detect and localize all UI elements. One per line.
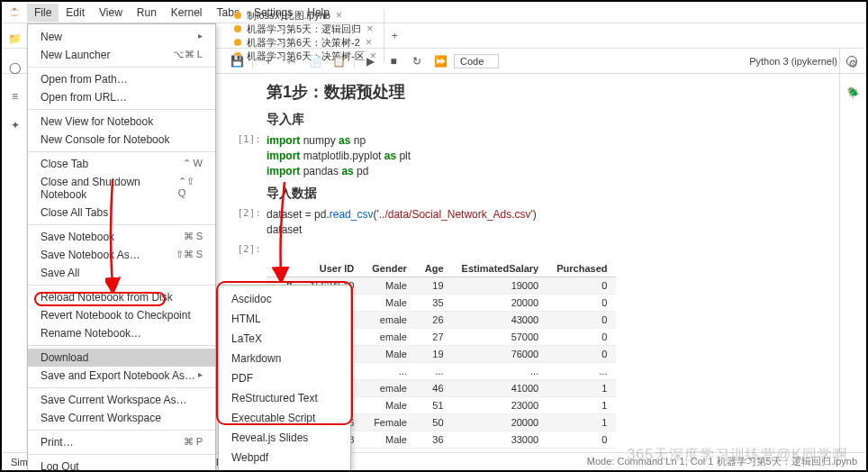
code-cell-2[interactable]: dataset = pd.read_csv('../data/Social_Ne… <box>267 207 537 238</box>
menuitem[interactable]: New View for Notebook <box>28 113 215 131</box>
menuitem[interactable]: New Launcher⌥⌘ L <box>28 46 215 64</box>
menuitem[interactable]: Reload Notebook from Disk <box>28 288 215 306</box>
export-option[interactable]: Webpdf <box>219 448 350 467</box>
export-option[interactable]: Asciidoc <box>219 289 350 309</box>
export-option[interactable]: Markdown <box>219 349 350 368</box>
menuitem[interactable]: New Console for Notebook <box>28 131 215 149</box>
folder-icon[interactable]: 📁 <box>8 32 22 45</box>
running-icon[interactable]: ◯ <box>9 61 21 74</box>
menuitem[interactable]: Save All <box>28 264 215 282</box>
table-header: Purchased <box>547 260 616 277</box>
tab-label: 机器学习第5天：逻辑回归 <box>247 23 361 36</box>
cut-icon[interactable]: ✂ <box>282 52 302 70</box>
export-option[interactable]: LaTeX <box>219 329 350 349</box>
menu-edit[interactable]: Edit <box>59 4 92 22</box>
menuitem[interactable]: Close Tab⌃ W <box>28 155 215 173</box>
menuitem[interactable]: Save Notebook⌘ S <box>28 228 215 246</box>
table-header <box>267 260 301 277</box>
close-icon[interactable]: × <box>366 23 373 35</box>
table-header: EstimatedSalary <box>453 260 548 277</box>
menuitem[interactable]: Download <box>28 349 215 367</box>
menu-run[interactable]: Run <box>130 4 164 22</box>
close-icon[interactable]: × <box>366 36 372 49</box>
toc-icon[interactable]: ≡ <box>12 90 18 103</box>
menuitem[interactable]: Close and Shutdown Notebook⌃⇧ Q <box>28 173 215 204</box>
menu-file[interactable]: File <box>27 4 59 22</box>
heading-import-data: 导入数据 <box>267 186 830 202</box>
tab-label: 制loss对比图.ipynb <box>247 9 330 23</box>
export-option[interactable]: ReStructured Text <box>219 388 350 408</box>
jupyter-logo-icon <box>7 5 22 20</box>
menuitem[interactable]: Log Out <box>28 458 215 472</box>
restart-run-icon[interactable]: ⏩ <box>430 52 450 70</box>
add-cell-icon[interactable]: + <box>258 52 278 70</box>
tab[interactable]: 机器学习第6天：决策树-2× <box>227 36 384 50</box>
heading-step1: 第1步：数据预处理 <box>267 81 830 103</box>
export-option[interactable]: Reveal.js Slides <box>219 428 350 448</box>
table-header: User ID <box>301 260 363 277</box>
right-sidebar: ⚙ 🪲 <box>839 49 866 452</box>
notebook-icon <box>234 39 241 46</box>
close-icon[interactable]: × <box>336 9 342 22</box>
restart-icon[interactable]: ↻ <box>407 52 427 70</box>
tab[interactable]: 机器学习第5天：逻辑回归× <box>227 23 384 36</box>
save-icon[interactable]: 💾 <box>227 52 247 70</box>
tab[interactable]: 制loss对比图.ipynb× <box>227 9 384 23</box>
cell-prompt: [1]: <box>236 133 267 178</box>
menuitem[interactable]: Save Current Workspace As… <box>28 391 215 409</box>
menuitem[interactable]: Close All Tabs <box>28 204 215 222</box>
run-icon[interactable]: ▶ <box>360 52 380 70</box>
extensions-icon[interactable]: ✦ <box>11 119 20 132</box>
notebook-icon <box>234 12 241 19</box>
menuitem[interactable]: Revert Notebook to Checkpoint <box>28 306 215 324</box>
menuitem[interactable]: Open from Path… <box>28 70 215 88</box>
debug-icon[interactable]: 🪲 <box>846 86 860 99</box>
menuitem[interactable]: Save Notebook As…⇧⌘ S <box>28 246 215 264</box>
export-option[interactable]: PDF <box>219 368 350 388</box>
menu-view[interactable]: View <box>92 4 130 22</box>
kernel-name[interactable]: Python 3 (ipykernel) <box>749 56 837 67</box>
export-option[interactable]: Executable Script <box>219 408 350 428</box>
notebook-icon <box>234 25 241 32</box>
output-prompt: [2]: <box>236 243 267 255</box>
file-menu-dropdown: New▸New Launcher⌥⌘ LOpen from Path…Open … <box>27 23 216 472</box>
left-sidebar: 📁 ◯ ≡ ✦ <box>2 23 29 452</box>
menuitem[interactable]: Open from URL… <box>28 88 215 106</box>
paste-icon[interactable]: 📋 <box>329 52 348 70</box>
cell-prompt: [2]: <box>236 207 267 238</box>
menubar: FileEditViewRunKernelTabsSettingsHelp <box>2 2 866 23</box>
property-icon[interactable]: ⚙ <box>848 58 858 70</box>
export-option[interactable]: HTML <box>219 309 350 329</box>
menuitem[interactable]: Print…⌘ P <box>28 433 215 451</box>
code-cell-1[interactable]: import numpy as npimport matplotlib.pypl… <box>267 133 411 178</box>
menuitem[interactable]: Save and Export Notebook As…▸ <box>28 367 215 385</box>
add-tab-button[interactable]: + <box>384 30 405 42</box>
table-header: Gender <box>363 260 416 277</box>
menuitem[interactable]: Rename Notebook… <box>28 324 215 342</box>
status-right: Mode: Command Ln 1, Col 1 机器学习第5天：逻辑回归.i… <box>587 455 857 468</box>
celltype-select[interactable]: Code <box>454 54 499 68</box>
export-submenu: AsciidocHTMLLaTeXMarkdownPDFReStructured… <box>218 285 351 472</box>
menu-kernel[interactable]: Kernel <box>164 4 210 22</box>
menuitem[interactable]: Save Current Workspace <box>28 409 215 427</box>
stop-icon[interactable]: ■ <box>384 52 403 70</box>
copy-icon[interactable]: 📄 <box>305 52 325 70</box>
tab-label: 机器学习第6天：决策树-2 <box>247 36 360 50</box>
menuitem[interactable]: New▸ <box>28 28 215 46</box>
heading-import-lib: 导入库 <box>267 112 830 128</box>
table-header: Age <box>416 260 453 277</box>
